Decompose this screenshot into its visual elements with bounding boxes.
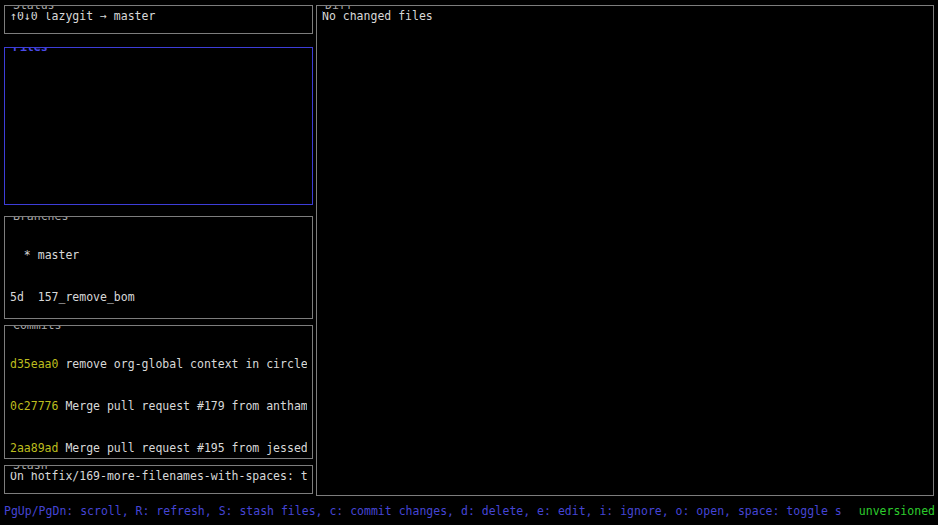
branches-panel[interactable]: Branches * master 5d 157_remove_bom 18h … bbox=[4, 216, 313, 319]
lazygit-terminal: Status ↑0↓0 lazygit → master Files Branc… bbox=[0, 0, 938, 525]
commits-panel[interactable]: Commits d35eaa0 remove org-global contex… bbox=[4, 325, 313, 459]
status-panel[interactable]: Status ↑0↓0 lazygit → master bbox=[4, 5, 313, 34]
branch-recency: * bbox=[10, 248, 38, 262]
diff-panel[interactable]: Diff No changed files bbox=[316, 5, 934, 496]
commit-sha: 0c27776 bbox=[10, 399, 58, 413]
files-panel-title: Files bbox=[11, 47, 50, 54]
branches-panel-title: Branches bbox=[11, 216, 70, 223]
branch-row[interactable]: * master bbox=[10, 248, 307, 262]
commits-panel-title: Commits bbox=[11, 325, 63, 332]
branch-row[interactable]: 5d 157_remove_bom bbox=[10, 290, 307, 304]
branch-name: master bbox=[38, 248, 80, 262]
commit-message-text: Merge pull request #195 from jessed bbox=[65, 441, 307, 455]
version-label: unversioned bbox=[852, 504, 935, 518]
files-panel[interactable]: Files bbox=[4, 47, 313, 205]
status-panel-title: Status bbox=[11, 5, 57, 12]
commit-row[interactable]: 0c27776 Merge pull request #179 from ant… bbox=[10, 399, 307, 413]
commit-sha: 2aa89ad bbox=[10, 441, 58, 455]
branch-recency: 5d bbox=[10, 290, 38, 304]
keybinding-options: PgUp/PgDn: scroll, R: refresh, S: stash … bbox=[4, 504, 842, 518]
keybindings-bar: PgUp/PgDn: scroll, R: refresh, S: stash … bbox=[4, 504, 935, 518]
commit-sha: d35eaa0 bbox=[10, 357, 58, 371]
branch-name: 157_remove_bom bbox=[38, 290, 135, 304]
stash-panel-title: Stash bbox=[11, 465, 50, 472]
diff-panel-title: Diff bbox=[323, 5, 355, 12]
commit-row[interactable]: 2aa89ad Merge pull request #195 from jes… bbox=[10, 441, 307, 455]
branches-list: * master 5d 157_remove_bom 18h hotfix/19… bbox=[5, 217, 312, 319]
commit-row[interactable]: d35eaa0 remove org-global context in cir… bbox=[10, 357, 307, 371]
stash-panel[interactable]: Stash On hotfix/169-more-filenames-with-… bbox=[4, 465, 313, 494]
commit-message-text: remove org-global context in circle bbox=[65, 357, 307, 371]
commit-message-text: Merge pull request #179 from antham bbox=[65, 399, 307, 413]
stash-entry[interactable]: On hotfix/169-more-filenames-with-spaces… bbox=[5, 466, 312, 483]
files-list bbox=[5, 48, 312, 51]
diff-content: No changed files bbox=[317, 6, 933, 23]
commits-list: d35eaa0 remove org-global context in cir… bbox=[5, 326, 312, 459]
